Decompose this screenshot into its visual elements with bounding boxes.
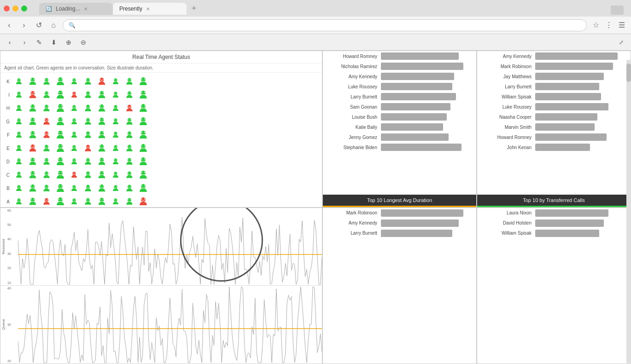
scrollbar-thumb[interactable] xyxy=(626,64,631,82)
agent-icon-G-6 xyxy=(95,115,108,128)
svg-point-178 xyxy=(141,145,142,146)
new-tab-button[interactable]: + xyxy=(187,2,201,15)
svg-point-199 xyxy=(100,159,101,160)
svg-point-61 xyxy=(18,106,18,107)
duration-bottom-panel: Mark RobinsonAmy KennedyLarry Burnett xyxy=(322,208,477,364)
svg-point-88 xyxy=(141,105,142,106)
svg-point-226 xyxy=(87,173,88,173)
agent-status-subtitle: Agent sit chart. Green agents are in con… xyxy=(0,64,322,73)
agent-icon-I-5 xyxy=(82,88,94,101)
page-scrollbar[interactable] xyxy=(626,60,631,364)
svg-point-136 xyxy=(87,133,88,133)
address-bar[interactable]: 🔍 xyxy=(63,19,587,31)
agent-name: Luke Roussey xyxy=(327,84,377,89)
forward-button[interactable]: › xyxy=(18,20,29,31)
agent-icon-C-8 xyxy=(123,168,136,181)
svg-point-122 xyxy=(20,133,21,134)
bar-container xyxy=(535,83,627,90)
minimize-button[interactable] xyxy=(12,6,18,12)
bar-container xyxy=(381,144,473,151)
agent-bar xyxy=(381,144,462,151)
svg-point-274 xyxy=(31,199,32,200)
svg-point-95 xyxy=(34,119,35,120)
tab-loading-label: Loading... xyxy=(56,6,80,12)
svg-point-286 xyxy=(87,199,88,200)
leaderboard-row: Larry Burnett xyxy=(323,92,476,102)
svg-point-194 xyxy=(75,160,76,161)
agent-name: Nicholas Ramirez xyxy=(327,64,377,69)
agent-icon-I-1 xyxy=(26,88,39,101)
agent-name: Naasha Cooper xyxy=(481,115,532,120)
agent-name: Mark Robinson xyxy=(481,64,532,69)
svg-point-7 xyxy=(45,79,46,80)
svg-point-224 xyxy=(75,173,76,174)
agent-icon-F-3 xyxy=(54,128,67,141)
agent-icon-F-8 xyxy=(123,128,136,141)
svg-point-28 xyxy=(141,79,142,80)
svg-point-37 xyxy=(45,92,46,93)
agent-icon-B-5 xyxy=(82,182,94,195)
bookmark-button[interactable]: ☆ xyxy=(590,20,602,31)
agent-icon-G-3 xyxy=(54,115,67,128)
bar-container xyxy=(381,73,473,80)
agent-icon-C-9 xyxy=(137,168,150,181)
agent-icon-H-4 xyxy=(68,102,81,115)
queue-y-axis: 40 30 20 xyxy=(7,286,11,364)
agent-icon-H-8 xyxy=(123,102,136,115)
svg-point-242 xyxy=(20,186,21,187)
agent-row-D: D xyxy=(4,155,318,168)
agent-bar xyxy=(535,230,599,237)
reload-button[interactable]: ↺ xyxy=(33,20,44,31)
more-button[interactable]: ⋮ xyxy=(603,20,614,31)
prev-button[interactable]: ‹ xyxy=(4,36,16,48)
svg-point-222 xyxy=(72,172,76,175)
leaderboard-row: Louise Bush xyxy=(323,112,476,122)
svg-point-64 xyxy=(31,106,32,107)
svg-point-110 xyxy=(103,119,104,120)
tab-loading[interactable]: 🔄 Loading... ✕ xyxy=(39,3,113,15)
zoom-out-button[interactable]: ⊖ xyxy=(77,36,89,48)
svg-point-46 xyxy=(87,92,88,93)
fullscreen-icon-button[interactable]: ⤢ xyxy=(615,36,627,48)
tab-loading-close[interactable]: ✕ xyxy=(84,6,88,12)
back-button[interactable]: ‹ xyxy=(4,20,15,31)
agent-name: Katie Baily xyxy=(327,125,377,130)
agent-row-C: C xyxy=(4,168,318,181)
zoom-in-button[interactable]: ⊕ xyxy=(63,36,75,48)
resolved-y-axis: 60 50 40 30 20 10 xyxy=(7,208,11,285)
svg-point-268 xyxy=(141,185,142,186)
download-button[interactable]: ⬇ xyxy=(48,36,60,48)
agent-icon-K-0 xyxy=(12,75,25,88)
svg-point-298 xyxy=(141,199,142,200)
svg-point-65 xyxy=(34,106,35,107)
agent-icon-G-0 xyxy=(12,115,25,128)
agent-name: William Spisak xyxy=(481,94,532,99)
tab-presently-close[interactable]: ✕ xyxy=(146,6,150,12)
edit-button[interactable]: ✎ xyxy=(33,36,45,48)
menu-button[interactable]: ☰ xyxy=(616,20,627,31)
bar-container xyxy=(535,230,627,237)
svg-point-182 xyxy=(20,160,21,161)
leaderboard-row: Laura Nixon xyxy=(477,208,631,218)
leaderboard-row: Amy Kennedy xyxy=(323,218,476,228)
svg-point-247 xyxy=(45,186,46,187)
next-button[interactable]: › xyxy=(18,36,30,48)
fullscreen-button[interactable] xyxy=(21,6,27,12)
home-button[interactable]: ⌂ xyxy=(48,20,59,31)
svg-point-2 xyxy=(20,80,21,81)
agent-icon-K-5 xyxy=(82,75,94,88)
search-icon: 🔍 xyxy=(69,22,76,29)
close-button[interactable] xyxy=(4,6,10,12)
agent-icon-K-4 xyxy=(68,75,81,88)
agent-row-E: E xyxy=(4,142,318,155)
svg-point-98 xyxy=(47,119,48,120)
svg-point-14 xyxy=(75,80,76,81)
row-label: A xyxy=(4,199,10,204)
agent-icon-B-6 xyxy=(95,182,108,195)
bar-container xyxy=(535,73,627,80)
svg-point-130 xyxy=(58,132,59,133)
agent-icon-C-3 xyxy=(54,168,67,181)
tab-presently[interactable]: Presently ✕ xyxy=(113,3,187,15)
svg-point-146 xyxy=(130,133,131,133)
duration-header: Top 10 Longest Avg Duration xyxy=(323,195,476,207)
